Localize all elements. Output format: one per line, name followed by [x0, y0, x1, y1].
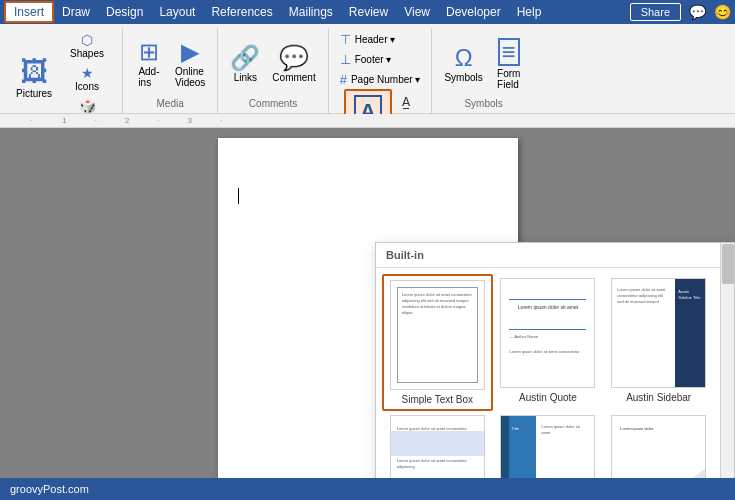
shapes-label: Shapes [70, 48, 104, 59]
facet-quote-item[interactable]: Lorem ipsum dolor Facet Quote [603, 411, 714, 478]
icons-button[interactable]: ★ Icons [60, 63, 114, 94]
austin-sidebar-label: Austin Sidebar [626, 392, 691, 403]
links-label: Links [234, 72, 257, 83]
online-videos-button[interactable]: ▶ OnlineVideos [171, 38, 209, 90]
status-bar: groovyPost.com [0, 478, 735, 500]
text-color-icon: A̲ [402, 95, 410, 109]
add-ins-label: Add-ins [138, 66, 159, 88]
menu-item-mailings[interactable]: Mailings [281, 3, 341, 21]
menu-item-layout[interactable]: Layout [151, 3, 203, 21]
austin-sidebar-thumb: Austin Sidebar Title Lorem ipsum dolor s… [611, 278, 706, 388]
header-button[interactable]: ⊤ Header ▾ [337, 30, 424, 49]
menu-item-references[interactable]: References [203, 3, 280, 21]
panel-scrollbar-thumb [722, 244, 734, 284]
add-ins-icon: ⊞ [139, 40, 159, 64]
site-label: groovyPost.com [10, 483, 89, 495]
simple-text-box-item[interactable]: Lorem ipsum dolor sit amet consectetur a… [382, 274, 493, 411]
comment-icon2: 💬 [279, 46, 309, 70]
ribbon-group-symbols: Ω Symbols ≡ FormField Symbols [432, 28, 534, 113]
menu-item-review[interactable]: Review [341, 3, 396, 21]
media-group-label: Media [157, 98, 184, 111]
pictures-label: Pictures [16, 88, 52, 99]
simple-text-box-label: Simple Text Box [402, 394, 474, 405]
ruler: · 1 · 2 · 3 · [0, 114, 735, 128]
austin-quote-label: Austin Quote [519, 392, 577, 403]
3d-models-icon: 🎲 [79, 98, 96, 114]
symbols-button[interactable]: Ω Symbols [440, 44, 486, 85]
app-window: Insert Draw Design Layout References Mai… [0, 0, 735, 500]
profile-icon[interactable]: 😊 [714, 4, 731, 20]
austin-sidebar-item[interactable]: Austin Sidebar Title Lorem ipsum dolor s… [603, 274, 714, 411]
textbox-dropdown-panel: Built-in Lorem ipsum dolor sit amet cons… [375, 242, 735, 478]
comment-button[interactable]: 💬 Comment [268, 44, 319, 85]
text-format-btn1[interactable]: A̲ [396, 93, 416, 111]
simple-text-box-thumb: Lorem ipsum dolor sit amet consectetur a… [390, 280, 485, 390]
menu-item-help[interactable]: Help [509, 3, 550, 21]
ribbon: 🖼 Pictures ⬡ Shapes ★ Icons 🎲 [0, 24, 735, 114]
links-icon: 🔗 [230, 46, 260, 70]
menu-item-developer[interactable]: Developer [438, 3, 509, 21]
menu-item-view[interactable]: View [396, 3, 438, 21]
ribbon-group-illustrations: 🖼 Pictures ⬡ Shapes ★ Icons 🎲 [4, 28, 123, 113]
shapes-icon: ⬡ [81, 32, 93, 48]
comment-icon[interactable]: 💬 [689, 4, 706, 20]
add-ins-button[interactable]: ⊞ Add-ins [131, 38, 167, 90]
panel-scrollbar[interactable] [720, 243, 734, 478]
footer-button[interactable]: ⊥ Footer ▾ [337, 50, 424, 69]
menu-bar: Insert Draw Design Layout References Mai… [0, 0, 735, 24]
banded-sidebar-thumb: Title Lorem ipsum dolor sit amet [500, 415, 595, 478]
austin-quote-item[interactable]: Lorem ipsum dolor sit amet — Author Name… [493, 274, 604, 411]
icons-label: Icons [75, 81, 99, 92]
form-field-icon: ≡ [498, 38, 520, 66]
footer-icon: ⊥ [340, 52, 351, 67]
page-number-button[interactable]: # Page Number ▾ [337, 70, 424, 89]
banded-quote-item[interactable]: Lorem ipsum dolor sit amet consectetur L… [382, 411, 493, 478]
comment-label: Comment [272, 72, 315, 83]
menu-item-design[interactable]: Design [98, 3, 151, 21]
banded-quote-thumb: Lorem ipsum dolor sit amet consectetur L… [390, 415, 485, 478]
header-icon: ⊤ [340, 32, 351, 47]
online-videos-icon: ▶ [181, 40, 199, 64]
page-number-icon: # [340, 72, 347, 87]
panel-header: Built-in [376, 243, 720, 268]
banded-sidebar-item[interactable]: Title Lorem ipsum dolor sit amet Banded … [493, 411, 604, 478]
pictures-icon: 🖼 [20, 58, 48, 86]
online-videos-label: OnlineVideos [175, 66, 205, 88]
menu-item-insert[interactable]: Insert [4, 1, 54, 23]
panel-grid: Lorem ipsum dolor sit amet consectetur a… [376, 268, 720, 478]
ribbon-group-text: ⊤ Header ▾ ⊥ Footer ▾ # Page Number ▾ A [329, 28, 433, 113]
ribbon-group-links: 🔗 Links 💬 Comment Comments [218, 28, 328, 113]
pictures-button[interactable]: 🖼 Pictures [12, 56, 56, 101]
austin-quote-thumb: Lorem ipsum dolor sit amet — Author Name… [500, 278, 595, 388]
icons-icon: ★ [81, 65, 94, 81]
ribbon-group-media: ⊞ Add-ins ▶ OnlineVideos Media [123, 28, 218, 113]
shapes-button[interactable]: ⬡ Shapes [60, 30, 114, 61]
menu-item-draw[interactable]: Draw [54, 3, 98, 21]
symbols-group-label: Symbols [464, 98, 502, 111]
facet-quote-thumb: Lorem ipsum dolor [611, 415, 706, 478]
links-button[interactable]: 🔗 Links [226, 44, 264, 85]
share-button[interactable]: Share [630, 3, 681, 21]
form-field-button[interactable]: ≡ FormField [491, 36, 527, 92]
comments-group-label: Comments [249, 98, 297, 111]
text-cursor [238, 188, 239, 204]
symbols-icon: Ω [455, 46, 473, 70]
